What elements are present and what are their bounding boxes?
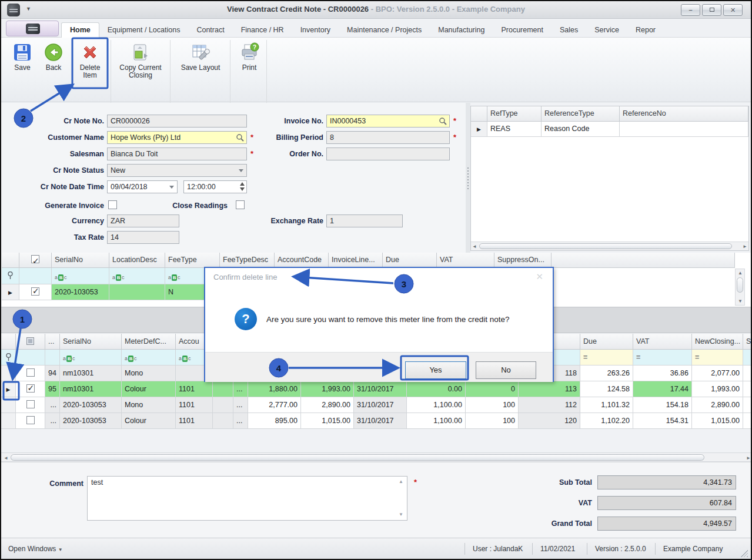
tab-home[interactable]: Home: [61, 22, 99, 38]
cell-h1[interactable]: [213, 413, 233, 429]
minimize-button[interactable]: –: [681, 4, 700, 16]
comment-scroll-up-icon[interactable]: ▲: [399, 479, 403, 484]
fee-cell-locationdesc[interactable]: [109, 284, 165, 300]
cell-due[interactable]: 1,101.32: [580, 397, 633, 413]
cell-serial[interactable]: nm10301: [60, 381, 122, 397]
cell-date[interactable]: 31/10/2017: [354, 413, 407, 429]
cell-amt4[interactable]: 100: [466, 397, 519, 413]
cell-dots[interactable]: ...: [233, 381, 248, 397]
time-spinner[interactable]: [240, 182, 245, 191]
fee-header-due[interactable]: Due: [383, 253, 437, 268]
select-all-checkbox[interactable]: [31, 255, 39, 263]
cell-due[interactable]: 124.58: [580, 381, 633, 397]
cell-amt3[interactable]: 0.00: [407, 381, 466, 397]
spin-down-icon[interactable]: [240, 187, 245, 191]
cell-date[interactable]: 31/10/2017: [354, 397, 407, 413]
comment-scroll-down-icon[interactable]: ▼: [399, 512, 403, 517]
fee-header-select-all[interactable]: [19, 253, 52, 268]
cell-amt1[interactable]: 1,880.00: [248, 381, 301, 397]
row-indicator[interactable]: [1, 413, 16, 429]
select-all-icon[interactable]: [26, 337, 34, 345]
fee-header-suppresson[interactable]: SuppressOn...: [494, 253, 552, 268]
fee-row-checkbox[interactable]: [19, 284, 52, 300]
invoice-no-field[interactable]: IN0000453: [326, 115, 450, 128]
cell-dots[interactable]: ...: [233, 397, 248, 413]
fee-header-invoiceline[interactable]: InvoiceLine...: [329, 253, 383, 268]
fee-row-indicator[interactable]: ▶: [2, 284, 19, 300]
cell-newclosing[interactable]: 2,077.00: [692, 365, 743, 381]
meter-header-meterdef[interactable]: MeterDefC...: [122, 334, 176, 350]
cr-note-time-field[interactable]: 12:00:00: [183, 180, 247, 193]
fee-header-locationdesc[interactable]: LocationDesc: [109, 253, 165, 268]
cell-vat[interactable]: 154.18: [633, 397, 692, 413]
tab-maintenance-projects[interactable]: Maintenance / Projects: [339, 23, 430, 38]
fee-header-feetypedesc[interactable]: FeeTypeDesc: [220, 253, 275, 268]
meter-header-serialno[interactable]: SerialNo: [60, 334, 122, 350]
meter-grid-hscrollbar[interactable]: ◄ ►: [1, 452, 752, 462]
meter-header-dots[interactable]: ...: [45, 334, 60, 350]
meter-header-select-all[interactable]: [16, 334, 45, 350]
close-button[interactable]: ✕: [723, 4, 743, 16]
fee-filter-locationdesc[interactable]: aBc: [109, 268, 165, 284]
cell-vat[interactable]: 17.44: [633, 381, 692, 397]
cell-amt1[interactable]: 895.00: [248, 413, 301, 429]
generate-invoice-checkbox[interactable]: [108, 200, 117, 209]
cell-h1[interactable]: [213, 397, 233, 413]
cr-note-status-select[interactable]: New: [107, 164, 247, 177]
meter-filter-newclosing[interactable]: =: [692, 350, 743, 365]
cell-meter[interactable]: Colour: [122, 381, 176, 397]
row-checkbox[interactable]: [16, 413, 45, 429]
cell-amt4[interactable]: 0: [466, 381, 519, 397]
ref-cell-referenceno[interactable]: [620, 122, 748, 137]
cell-due[interactable]: 1,102.20: [580, 413, 633, 429]
cell-amt3[interactable]: 1,100.00: [407, 413, 466, 429]
cell-amt2[interactable]: 2,890.00: [301, 397, 354, 413]
tab-sales[interactable]: Sales: [552, 23, 586, 38]
dialog-close-icon[interactable]: ✕: [536, 271, 543, 282]
cell-h1[interactable]: [213, 381, 233, 397]
cell-account[interactable]: 1101: [176, 413, 213, 429]
tab-service[interactable]: Service: [586, 23, 627, 38]
fee-filter-check[interactable]: [19, 268, 52, 284]
cell-esc[interactable]: 120: [519, 413, 580, 429]
cell-serial[interactable]: 2020-103053: [60, 413, 122, 429]
tab-inventory[interactable]: Inventory: [292, 23, 339, 38]
cell-s[interactable]: [743, 381, 752, 397]
cell-s[interactable]: [743, 365, 752, 381]
tab-contract[interactable]: Contract: [188, 23, 232, 38]
search-icon[interactable]: [439, 117, 447, 125]
meter-filter-check[interactable]: [16, 350, 45, 365]
row-indicator[interactable]: [1, 365, 16, 381]
cell-num[interactable]: ...: [45, 397, 60, 413]
cell-newclosing[interactable]: 2,890.00: [692, 397, 743, 413]
row-indicator[interactable]: [1, 397, 16, 413]
fee-header-serialno[interactable]: SerialNo: [52, 253, 109, 268]
ref-cell-referencetype[interactable]: Reason Code: [542, 122, 620, 137]
fee-header-feetype[interactable]: FeeType: [165, 253, 220, 268]
cell-esc[interactable]: 113: [519, 381, 580, 397]
cell-serial[interactable]: nm10301: [60, 365, 122, 381]
ref-header-referencetype[interactable]: ReferenceType: [542, 106, 620, 122]
meter-filter-meterdef[interactable]: aBc: [122, 350, 176, 365]
meter-filter-dots[interactable]: [45, 350, 60, 365]
meter-filter-pin-icon[interactable]: [1, 350, 16, 365]
meter-filter-due[interactable]: =: [580, 350, 633, 365]
cell-num[interactable]: ...: [45, 413, 60, 429]
fee-header-vat[interactable]: VAT: [437, 253, 494, 268]
row-checkbox[interactable]: [16, 381, 45, 397]
maximize-button[interactable]: [702, 4, 721, 16]
cell-meter[interactable]: Colour: [122, 413, 176, 429]
fee-grid-vscrollbar[interactable]: ▲ ▼: [735, 269, 745, 306]
resize-grip[interactable]: [741, 550, 748, 557]
comment-textarea[interactable]: test: [87, 476, 407, 521]
cell-esc[interactable]: 112: [519, 397, 580, 413]
meter-header-s[interactable]: S: [743, 334, 752, 350]
tab-reporting[interactable]: Repor: [627, 23, 664, 38]
cell-vat[interactable]: 154.31: [633, 413, 692, 429]
tab-finance-hr[interactable]: Finance / HR: [233, 23, 292, 38]
cell-amt1[interactable]: 2,777.00: [248, 397, 301, 413]
tab-procurement[interactable]: Procurement: [493, 23, 552, 38]
cell-vat[interactable]: 36.86: [633, 365, 692, 381]
cell-date[interactable]: 31/10/2017: [354, 381, 407, 397]
meter-header-vat[interactable]: VAT: [633, 334, 692, 350]
